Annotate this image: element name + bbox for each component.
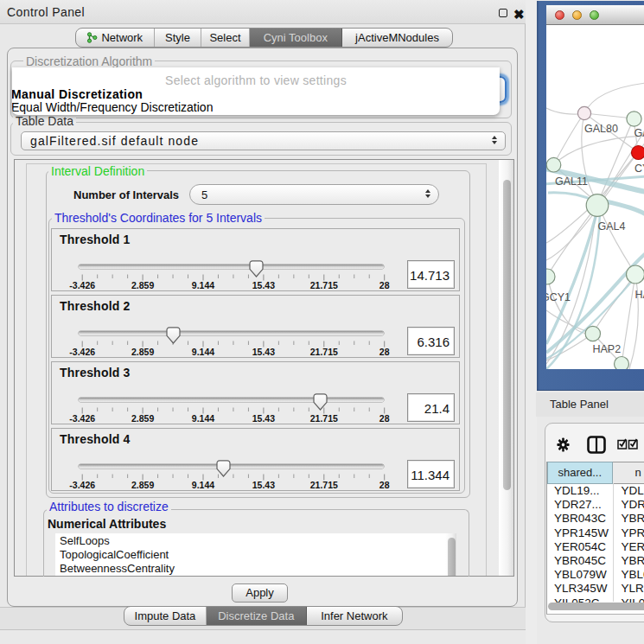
svg-text:GA: GA xyxy=(634,127,644,139)
svg-text:GAL4: GAL4 xyxy=(598,220,626,233)
svg-text:HA: HA xyxy=(635,289,644,301)
svg-text:GAL11: GAL11 xyxy=(555,175,588,188)
svg-text:GCY1: GCY1 xyxy=(546,291,571,303)
svg-text:GAL80: GAL80 xyxy=(584,123,618,135)
svg-text:CY: CY xyxy=(634,163,644,175)
svg-text:HAP2: HAP2 xyxy=(593,343,622,355)
